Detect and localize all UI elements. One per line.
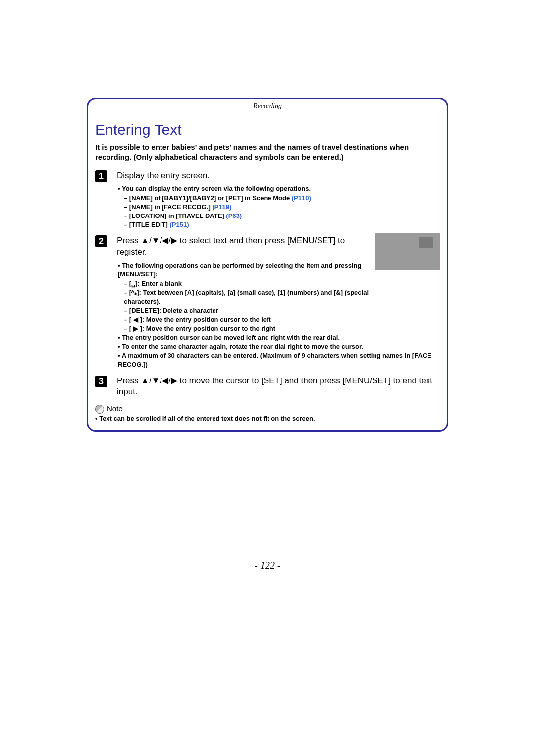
note-icon <box>95 405 104 414</box>
page-link[interactable]: (P151) <box>168 221 189 228</box>
arrow-icons: ▲/▼/◀/▶ <box>141 376 177 385</box>
note-row: Note <box>95 404 440 414</box>
sub-text: – [NAME] of [BABY1]/[BABY2] or [PET] in … <box>124 194 290 202</box>
title-part-a: Press <box>117 236 141 245</box>
step-2-bullet-2: • The entry position cursor can be moved… <box>118 333 440 342</box>
page-link[interactable]: (P119) <box>211 203 232 211</box>
bullet-4a: • A maximum of 30 characters can be ente… <box>118 352 260 359</box>
page-number: - 122 - <box>0 560 535 571</box>
step-1-sub-b: – [NAME] in [FACE RECOG.] (P119) <box>124 203 440 212</box>
step-1-sub-a: – [NAME] of [BABY1]/[BABY2] or [PET] in … <box>124 194 440 203</box>
page-title: Entering Text <box>88 113 447 142</box>
step-2-sub-5: – [ ▶ ]: Move the entry position cursor … <box>124 324 371 333</box>
step-1-sub-d: – [TITLE EDIT] (P151) <box>124 220 440 229</box>
content-area: It is possible to enter babies' and pets… <box>88 142 447 430</box>
step-2-bullet-1: • The following operations can be perfor… <box>118 261 371 279</box>
step-number-badge: 2 <box>95 235 107 247</box>
step-3: 3 Press ▲/▼/◀/▶ to move the cursor to [S… <box>95 376 440 398</box>
sub-text: – [TITLE EDIT] <box>124 221 168 228</box>
arrow-icons: ▲/▼/◀/▶ <box>141 236 177 245</box>
step-1-sub-c: – [LOCATION] in [TRAVEL DATE] (P63) <box>124 212 440 220</box>
manual-page: Recording Entering Text It is possible t… <box>87 98 448 432</box>
step-2-sub-2: – [ᴬₐ]: Text between [A] (capitals), [a]… <box>124 288 371 306</box>
step-2-sub-4: – [ ◀ ]: Move the entry position cursor … <box>124 315 371 324</box>
title-part-a: Press <box>117 376 141 385</box>
step-number-badge: 3 <box>95 376 107 387</box>
page-link[interactable]: (P110) <box>290 194 311 202</box>
step-2-bullet-3: • To enter the same character again, rot… <box>118 342 440 351</box>
page-link[interactable]: (P63) <box>224 212 242 219</box>
step-2-sub-3: – [DELETE]: Delete a character <box>124 306 371 315</box>
step-1: 1 Display the entry screen. • You can di… <box>95 170 440 230</box>
intro-text: It is possible to enter babies' and pets… <box>95 142 440 162</box>
step-2: 2 Press ▲/▼/◀/▶ to select text and then … <box>95 235 440 369</box>
step-1-bullet-1: • You can display the entry screen via t… <box>118 184 440 193</box>
note-text: • Text can be scrolled if all of the ent… <box>95 414 440 423</box>
step-3-title: Press ▲/▼/◀/▶ to move the cursor to [SET… <box>117 376 440 398</box>
note-label: Note <box>107 404 123 414</box>
sub-text: – [NAME] in [FACE RECOG.] <box>124 203 211 211</box>
step-2-bullet-4: • A maximum of 30 characters can be ente… <box>118 351 440 369</box>
step-1-title: Display the entry screen. <box>117 170 440 182</box>
sub-text: – [LOCATION] in [TRAVEL DATE] <box>124 212 224 219</box>
step-number-badge: 1 <box>95 170 107 182</box>
section-label: Recording <box>88 99 447 111</box>
step-2-sub-1: – [␣]: Enter a blank <box>124 279 371 288</box>
step-2-title: Press ▲/▼/◀/▶ to select text and then pr… <box>117 235 371 258</box>
